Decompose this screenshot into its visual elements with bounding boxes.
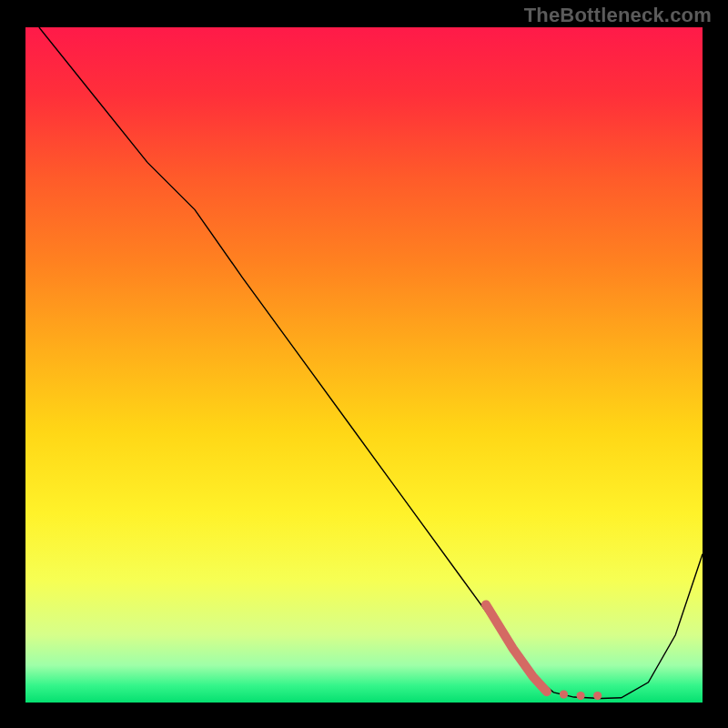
optimal-range-dots	[576, 692, 584, 700]
gradient-background	[25, 27, 703, 703]
chart-frame: TheBottleneck.com	[0, 0, 728, 728]
chart-plot-area	[25, 27, 703, 703]
optimal-range-dots	[560, 691, 568, 699]
watermark-text: TheBottleneck.com	[524, 4, 712, 27]
chart-svg	[25, 27, 703, 703]
optimal-range-dots	[593, 692, 602, 700]
